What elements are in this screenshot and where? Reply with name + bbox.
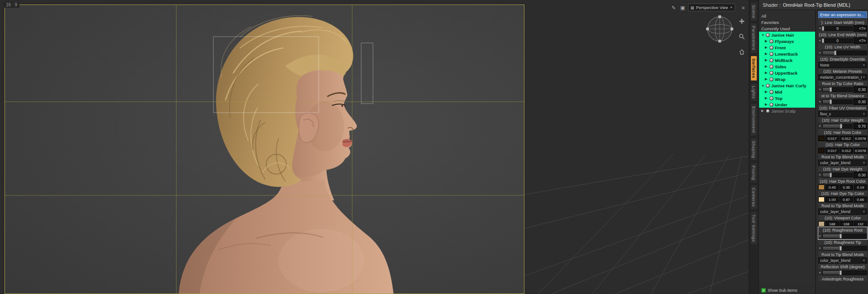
param-control[interactable]: color_layer_blend▼ bbox=[818, 209, 867, 215]
tab-posing[interactable]: Posing bbox=[751, 163, 757, 182]
dropdown[interactable]: None▼ bbox=[818, 62, 867, 68]
tree-filter-favorites[interactable]: Favorites bbox=[759, 19, 815, 25]
slider-track[interactable] bbox=[822, 246, 867, 251]
chevron-right-icon[interactable]: ▶ bbox=[765, 46, 769, 49]
slider-options-icon[interactable]: ▾ bbox=[818, 39, 821, 43]
color-value-2[interactable]: 0.0078 bbox=[854, 148, 867, 154]
param-control[interactable]: 188168132 bbox=[818, 221, 867, 227]
slider-value[interactable]: 0.30 bbox=[854, 86, 867, 93]
slider-options-icon[interactable]: ▾ bbox=[818, 247, 821, 250]
color-value-2[interactable]: 0.19 bbox=[854, 185, 867, 190]
color-value-1[interactable]: 168 bbox=[840, 221, 853, 227]
tab-parameters[interactable]: Parameters bbox=[751, 24, 757, 52]
tree-item-midback[interactable]: ▶MidBack bbox=[759, 57, 815, 63]
param-control[interactable]: None▼ bbox=[818, 62, 867, 68]
param-control[interactable]: ▾0.30 bbox=[818, 172, 867, 178]
tab-environment[interactable]: Environment bbox=[751, 104, 757, 135]
tree-item-janise-scalp[interactable]: ▶Janise Scalp bbox=[759, 108, 815, 114]
tab-surfaces[interactable]: Surfaces bbox=[751, 56, 757, 81]
slider-track[interactable] bbox=[822, 234, 867, 238]
slider-track[interactable] bbox=[822, 100, 853, 104]
param-control[interactable]: ▾0<?> bbox=[818, 25, 867, 32]
tab-scene[interactable]: Scene bbox=[751, 3, 757, 20]
tree-item-janise-hair-curly[interactable]: ▼Janise Hair Curly bbox=[759, 82, 815, 89]
dropdown[interactable]: color_layer_blend▼ bbox=[818, 257, 867, 264]
slider-options-icon[interactable]: ▾ bbox=[818, 100, 821, 104]
chevron-right-icon[interactable]: ▶ bbox=[765, 39, 769, 43]
color-swatch[interactable] bbox=[818, 185, 825, 190]
render-frame[interactable] bbox=[5, 5, 524, 294]
tree-filter-all[interactable]: All bbox=[759, 13, 815, 19]
tree-item-top[interactable]: ▶Top bbox=[759, 95, 815, 101]
drawstyle-cube-icon[interactable]: ▣ bbox=[679, 4, 686, 11]
param-control[interactable]: 0.0170.0120.0078 bbox=[818, 135, 867, 142]
slider-options-icon[interactable]: ▾ bbox=[818, 88, 821, 91]
param-control[interactable]: melanin_concentration_r▼ bbox=[818, 74, 867, 81]
color-value-0[interactable]: 1.00 bbox=[826, 197, 839, 203]
color-value-1[interactable]: 0.35 bbox=[840, 185, 853, 190]
pane-menu-icon[interactable]: ≡ bbox=[740, 4, 747, 11]
tree-item-flyaways[interactable]: ▶Flyaways bbox=[759, 38, 815, 44]
viewport[interactable]: 16 : 9 ✎ ▣ ▦ Perspective View ▼ ≡ bbox=[0, 0, 749, 294]
slider-track[interactable] bbox=[822, 51, 867, 55]
param-control[interactable]: ▾ bbox=[818, 50, 867, 56]
color-swatch[interactable] bbox=[818, 221, 825, 227]
slider-handle[interactable] bbox=[834, 51, 836, 55]
tree-item-mid[interactable]: ▶Mid bbox=[759, 89, 815, 95]
chevron-right-icon[interactable]: ▶ bbox=[765, 96, 769, 100]
color-swatch[interactable] bbox=[818, 136, 825, 141]
color-value-2[interactable]: 0.0078 bbox=[854, 136, 867, 142]
slider-handle[interactable] bbox=[840, 124, 842, 128]
slider-track[interactable]: 0 bbox=[822, 38, 853, 43]
tree-item-janise-hair[interactable]: ▼Janise Hair bbox=[759, 32, 815, 38]
slider-options-icon[interactable]: ▾ bbox=[818, 27, 821, 30]
viewport-edit-icon[interactable]: ✎ bbox=[670, 4, 677, 11]
slider-value[interactable]: 0.30 bbox=[854, 172, 867, 178]
pan-icon[interactable] bbox=[739, 18, 745, 24]
chevron-right-icon[interactable]: ▶ bbox=[765, 58, 769, 62]
param-control[interactable]: color_layer_blend▼ bbox=[818, 160, 867, 166]
chevron-right-icon[interactable]: ▶ bbox=[765, 103, 769, 106]
view-selector-dropdown[interactable]: ▦ Perspective View ▼ bbox=[688, 4, 735, 11]
tab-cameras[interactable]: Cameras bbox=[751, 185, 757, 209]
slider-handle[interactable] bbox=[840, 234, 842, 238]
chevron-down-icon[interactable]: ▼ bbox=[761, 33, 765, 37]
slider-options-icon[interactable]: ▾ bbox=[818, 271, 821, 275]
tab-tool-settings[interactable]: Tool Settings bbox=[751, 212, 757, 244]
slider-value[interactable]: <?> bbox=[854, 38, 867, 44]
slider-value[interactable]: <?> bbox=[854, 25, 867, 32]
slider-handle[interactable] bbox=[840, 270, 842, 275]
slider-track[interactable] bbox=[822, 173, 853, 177]
tree-item-front[interactable]: ▶Front bbox=[759, 44, 815, 51]
param-control[interactable]: 0.0170.0120.0078 bbox=[818, 147, 867, 154]
color-swatch[interactable] bbox=[818, 197, 825, 202]
slider-handle[interactable] bbox=[830, 87, 832, 92]
slider-value[interactable]: 0.30 bbox=[854, 99, 867, 105]
dropdown[interactable]: color_layer_blend▼ bbox=[818, 209, 867, 215]
param-control[interactable]: 1.000.870.66 bbox=[818, 196, 867, 203]
chevron-right-icon[interactable]: ▶ bbox=[765, 52, 769, 56]
chevron-right-icon[interactable]: ▶ bbox=[761, 109, 765, 113]
color-value-1[interactable]: 0.87 bbox=[840, 197, 853, 203]
chevron-right-icon[interactable]: ▶ bbox=[765, 71, 769, 75]
slider-options-icon[interactable]: ▾ bbox=[818, 51, 821, 55]
tab-shaping[interactable]: Shaping bbox=[751, 138, 757, 160]
param-control[interactable]: ▾0.30 bbox=[818, 99, 867, 105]
color-swatch[interactable] bbox=[818, 148, 825, 153]
chevron-right-icon[interactable]: ▶ bbox=[765, 77, 769, 81]
tree-item-wrap[interactable]: ▶Wrap bbox=[759, 76, 815, 82]
tree-item-sides[interactable]: ▶Sides bbox=[759, 63, 815, 70]
slider-options-icon[interactable]: ▾ bbox=[818, 124, 821, 128]
chevron-right-icon[interactable]: ▶ bbox=[765, 90, 769, 94]
show-sub-items-checkbox[interactable]: ✓ bbox=[761, 288, 766, 293]
param-control[interactable]: ▾ bbox=[818, 270, 867, 276]
color-value-1[interactable]: 0.012 bbox=[840, 148, 853, 154]
orbit-gizmo[interactable] bbox=[703, 13, 736, 45]
slider-value[interactable]: 0.70 bbox=[854, 123, 867, 129]
color-value-0[interactable]: 188 bbox=[826, 221, 839, 227]
slider-options-icon[interactable]: ▾ bbox=[818, 234, 821, 238]
chevron-right-icon[interactable]: ▶ bbox=[765, 65, 769, 68]
tree-filter-currently-used[interactable]: Currently Used bbox=[759, 25, 815, 32]
slider-track[interactable] bbox=[822, 270, 867, 275]
color-value-0[interactable]: 0.45 bbox=[826, 185, 839, 190]
